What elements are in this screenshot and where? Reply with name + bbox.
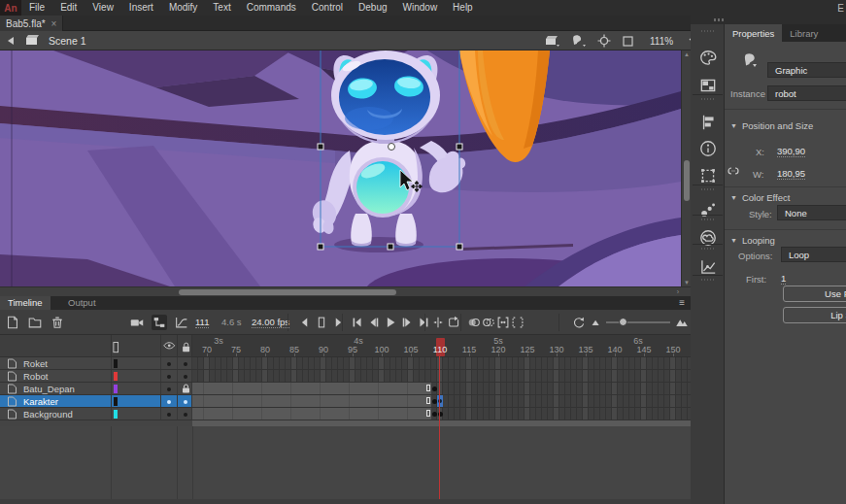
reset-zoom-icon[interactable] [571, 315, 587, 330]
symbol-type-select[interactable]: Graphic [767, 62, 846, 78]
layer-outline-swatch[interactable] [114, 359, 118, 368]
layer-lock-dot[interactable] [184, 362, 187, 366]
use-frame-picker-button[interactable]: Use Fra [783, 286, 846, 302]
center-playhead-icon[interactable] [430, 315, 446, 330]
scene-breadcrumb[interactable]: Scene 1 [49, 35, 86, 47]
graph-icon[interactable] [174, 315, 189, 330]
align-icon[interactable] [695, 110, 721, 135]
tab-properties[interactable]: Properties [725, 24, 782, 42]
layer-lock-dot[interactable] [184, 400, 187, 404]
prev-keyframe-icon[interactable] [366, 315, 382, 330]
frame-span[interactable] [192, 383, 431, 394]
style-select[interactable]: None [777, 205, 846, 220]
horizontal-scrollbar[interactable]: › [0, 286, 691, 296]
back-arrow-icon[interactable] [3, 34, 18, 48]
zoom-in-icon[interactable] [674, 315, 690, 330]
vertical-scroll-thumb[interactable] [684, 160, 690, 201]
horizontal-scroll-thumb[interactable] [179, 289, 396, 295]
step-back-icon[interactable] [297, 315, 313, 330]
layer-row-robot[interactable]: Robot [0, 370, 691, 383]
parent-layers-icon[interactable] [152, 315, 167, 330]
layer-row-background[interactable]: Background [0, 408, 691, 420]
play-icon[interactable] [383, 315, 398, 330]
menu-insert[interactable]: Insert [121, 0, 161, 16]
info-icon[interactable] [695, 136, 721, 161]
section-position-size[interactable]: ▼Position and Size [730, 120, 813, 131]
handle-bottom-left[interactable] [318, 244, 323, 250]
menu-control[interactable]: Control [304, 0, 351, 16]
chart-icon[interactable] [695, 254, 721, 280]
w-value[interactable]: 180,95 [777, 168, 805, 180]
link-width-height-icon[interactable] [727, 164, 740, 180]
menu-edit[interactable]: Edit [52, 0, 85, 16]
new-folder-icon[interactable] [27, 315, 43, 330]
first-value[interactable]: 1 [781, 273, 786, 285]
layer-name[interactable]: Batu_Depan [23, 384, 75, 394]
current-frame-icon[interactable] [314, 315, 329, 330]
menu-text[interactable]: Text [205, 0, 238, 16]
menu-help[interactable]: Help [445, 0, 481, 16]
go-first-icon[interactable] [350, 315, 365, 330]
edit-scene-icon[interactable] [545, 34, 560, 48]
layer-name[interactable]: Roket [23, 358, 48, 369]
scroll-down-icon[interactable]: ▼ [684, 280, 690, 286]
transform-point[interactable] [389, 144, 395, 151]
layer-row-roket[interactable]: Roket [0, 357, 691, 370]
layer-outline-swatch[interactable] [114, 397, 118, 406]
tab-output[interactable]: Output [60, 296, 104, 310]
layer-lock-dot[interactable] [184, 413, 187, 417]
handle-mid-left[interactable] [318, 144, 323, 150]
handle-bottom-right[interactable] [457, 244, 462, 250]
layer-name[interactable]: Background [23, 409, 73, 420]
menu-file[interactable]: File [21, 0, 52, 16]
camera-icon[interactable] [129, 315, 145, 330]
scroll-right-icon[interactable]: › [677, 287, 679, 296]
zoom-out-icon[interactable] [589, 315, 604, 330]
section-looping[interactable]: ▼Looping [730, 235, 775, 246]
menu-commands[interactable]: Commands [239, 0, 304, 16]
clip-content-icon[interactable] [622, 34, 634, 48]
layer-outline-swatch[interactable] [114, 385, 118, 393]
lip-syncing-button[interactable]: Lip S [783, 307, 846, 323]
zoom-slider-knob[interactable] [619, 318, 627, 326]
layer-lock-dot[interactable] [184, 375, 187, 379]
menu-modify[interactable]: Modify [161, 0, 205, 16]
layer-row-batu_depan[interactable]: Batu_Depan [0, 383, 691, 395]
instance-name-field[interactable]: robot [767, 85, 846, 101]
section-color-effect[interactable]: ▼Color Effect [730, 192, 790, 203]
layer-visibility-dot[interactable] [167, 362, 171, 366]
layer-visibility-dot[interactable] [167, 413, 171, 417]
layer-row-karakter[interactable]: Karakter [0, 395, 691, 408]
layer-visibility-dot[interactable] [167, 400, 171, 404]
workspace-switcher-icon[interactable]: E [837, 3, 844, 14]
stage[interactable]: ▲ ▼ › [0, 50, 691, 296]
handle-bottom-mid[interactable] [388, 244, 393, 250]
handle-mid-right[interactable] [457, 144, 462, 150]
palette-icon[interactable] [695, 46, 721, 71]
layer-frames[interactable] [192, 395, 691, 407]
keyframe[interactable] [432, 386, 437, 391]
layer-locked-icon[interactable] [182, 384, 190, 395]
keyframe[interactable] [432, 399, 437, 404]
next-keyframe-icon[interactable] [399, 315, 415, 330]
layer-name[interactable]: Robot [23, 371, 48, 382]
vertical-scrollbar[interactable]: ▲ ▼ [681, 50, 691, 286]
layer-name[interactable]: Karakter [23, 396, 58, 407]
frame-span[interactable] [192, 408, 431, 420]
zoom-select[interactable]: 111% [650, 36, 673, 47]
layer-outline-swatch[interactable] [114, 372, 118, 381]
layer-outline-swatch[interactable] [114, 410, 118, 419]
onion-outline-icon[interactable] [481, 315, 496, 330]
edit-symbols-icon[interactable] [571, 34, 587, 48]
edit-multiple-frames-icon[interactable] [495, 315, 511, 330]
marker-range-icon[interactable] [510, 315, 525, 330]
selected-frame[interactable] [437, 395, 443, 407]
animate-logo[interactable]: An [0, 0, 21, 16]
current-frame-counter[interactable]: 111 [195, 317, 209, 327]
tab-timeline[interactable]: Timeline [0, 296, 51, 310]
timeline-zoom-slider[interactable] [606, 321, 670, 323]
loop-select[interactable]: Loop [781, 247, 846, 262]
layer-visibility-dot[interactable] [167, 375, 171, 379]
step-forward-icon[interactable] [330, 315, 346, 330]
elapsed-time[interactable]: 4.6 s [221, 317, 242, 327]
